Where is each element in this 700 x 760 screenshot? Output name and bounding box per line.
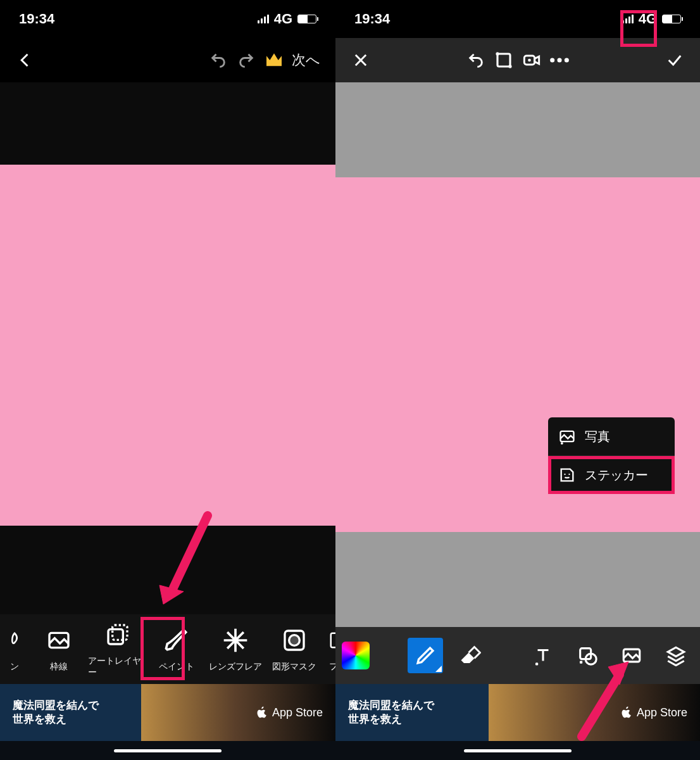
app-store-badge[interactable]: App Store xyxy=(256,706,323,719)
tool-item-artlayer[interactable]: アートレイヤー xyxy=(88,614,147,684)
undo-button[interactable] xyxy=(462,46,490,74)
premium-crown-icon[interactable] xyxy=(260,46,288,74)
video-button[interactable] xyxy=(518,46,546,74)
status-indicators: 4G xyxy=(258,11,316,27)
app-store-badge[interactable]: App Store xyxy=(620,706,687,719)
status-time: 19:34 xyxy=(354,11,390,27)
tool-item-paint[interactable]: ペイント xyxy=(147,614,206,684)
status-indicators: 4G xyxy=(622,11,681,27)
tool-item-partial-right[interactable]: フレ xyxy=(323,614,335,684)
image-icon xyxy=(44,626,73,655)
bottom-tool-scroll[interactable]: ン 枠線 アートレイヤー ペイント レンズフレア xyxy=(0,614,335,684)
add-image-button[interactable] xyxy=(614,638,649,673)
svg-marker-21 xyxy=(668,647,684,656)
left-screen: 19:34 4G 次へ xyxy=(0,0,335,760)
tool-icon xyxy=(0,626,29,655)
confirm-button[interactable] xyxy=(661,46,689,74)
signal-icon xyxy=(622,15,634,23)
add-popup-menu: 写真 ステッカー xyxy=(548,417,675,494)
brush-tool-button[interactable] xyxy=(408,638,443,673)
home-indicator[interactable] xyxy=(0,741,335,760)
svg-rect-3 xyxy=(112,625,127,640)
tool-label: レンズフレア xyxy=(209,661,262,673)
more-button[interactable] xyxy=(546,46,573,74)
battery-icon xyxy=(662,15,681,23)
store-label: App Store xyxy=(272,706,323,719)
canvas-area[interactable] xyxy=(0,82,335,614)
redo-button[interactable] xyxy=(232,46,260,74)
brush-icon xyxy=(162,626,191,655)
svg-rect-7 xyxy=(331,633,335,648)
canvas-padding-top xyxy=(335,82,700,177)
ad-line1: 魔法同盟を結んで xyxy=(348,699,434,712)
svg-point-12 xyxy=(550,58,554,62)
expand-triangle-icon xyxy=(435,666,442,672)
canvas-padding-top xyxy=(0,82,335,165)
color-picker-button[interactable] xyxy=(342,642,370,669)
tool-item-border[interactable]: 枠線 xyxy=(29,614,88,684)
layers-icon xyxy=(103,620,132,649)
sparkle-icon xyxy=(221,626,250,655)
shape-tool-button[interactable] xyxy=(570,638,605,673)
store-label: App Store xyxy=(637,706,687,719)
battery-icon xyxy=(297,15,316,23)
eraser-tool-button[interactable] xyxy=(452,638,487,673)
shape-mask-icon xyxy=(280,626,309,655)
frame-icon xyxy=(323,626,335,655)
network-label: 4G xyxy=(639,11,657,27)
tool-label: 図形マスク xyxy=(272,661,316,673)
svg-point-17 xyxy=(568,474,570,475)
undo-button[interactable] xyxy=(204,46,232,74)
canvas-padding-bottom xyxy=(335,532,700,627)
ad-line1: 魔法同盟を結んで xyxy=(13,699,99,712)
right-screen: 19:34 4G xyxy=(335,0,700,760)
canvas-padding-bottom xyxy=(0,526,335,614)
svg-rect-8 xyxy=(497,54,510,66)
svg-point-16 xyxy=(564,474,565,475)
popup-label: 写真 xyxy=(585,428,610,445)
svg-marker-10 xyxy=(535,56,539,64)
apple-icon xyxy=(620,706,633,719)
top-toolbar: 次へ xyxy=(0,38,335,82)
tool-item-partial-left[interactable]: ン xyxy=(0,614,29,684)
ad-text: 魔法同盟を結んで 世界を救え xyxy=(348,699,434,726)
svg-point-14 xyxy=(565,58,569,62)
status-bar: 19:34 4G xyxy=(0,0,335,38)
popup-item-photo[interactable]: 写真 xyxy=(548,417,675,456)
popup-item-sticker[interactable]: ステッカー xyxy=(548,456,675,494)
apple-icon xyxy=(256,706,268,719)
ad-banner[interactable]: 魔法同盟を結んで 世界を救え App Store xyxy=(0,684,335,741)
ad-text: 魔法同盟を結んで 世界を救え xyxy=(13,699,99,726)
ad-line2: 世界を救え xyxy=(13,712,99,726)
photo-layer[interactable] xyxy=(0,165,335,526)
canvas-area[interactable]: 写真 ステッカー xyxy=(335,82,700,627)
tool-label: ン xyxy=(10,661,19,673)
paint-toolbar xyxy=(335,627,700,684)
home-indicator[interactable] xyxy=(335,741,700,760)
signal-icon xyxy=(258,15,269,23)
tool-label: 枠線 xyxy=(50,661,68,673)
top-toolbar xyxy=(335,38,700,82)
tool-item-lensflare[interactable]: レンズフレア xyxy=(206,614,265,684)
sticker-icon xyxy=(558,466,576,484)
close-button[interactable] xyxy=(347,46,375,74)
svg-point-11 xyxy=(528,59,531,62)
tool-label: ペイント xyxy=(159,661,194,673)
photo-add-icon xyxy=(558,428,576,445)
crop-button[interactable] xyxy=(490,46,518,74)
tool-item-shapemask[interactable]: 図形マスク xyxy=(265,614,323,684)
text-tool-button[interactable] xyxy=(525,638,561,673)
tool-label: アートレイヤー xyxy=(88,656,147,678)
status-bar: 19:34 4G xyxy=(335,0,700,38)
popup-label: ステッカー xyxy=(585,467,648,484)
ad-banner[interactable]: 魔法同盟を結んで 世界を救え App Store xyxy=(335,684,700,741)
network-label: 4G xyxy=(274,11,292,27)
svg-point-13 xyxy=(557,58,561,62)
svg-rect-2 xyxy=(108,630,123,644)
status-time: 19:34 xyxy=(19,11,54,27)
tool-label: フレ xyxy=(329,661,335,673)
back-button[interactable] xyxy=(11,46,39,74)
next-button[interactable]: 次へ xyxy=(288,46,324,74)
layers-button[interactable] xyxy=(658,638,694,673)
ad-line2: 世界を救え xyxy=(348,712,434,726)
